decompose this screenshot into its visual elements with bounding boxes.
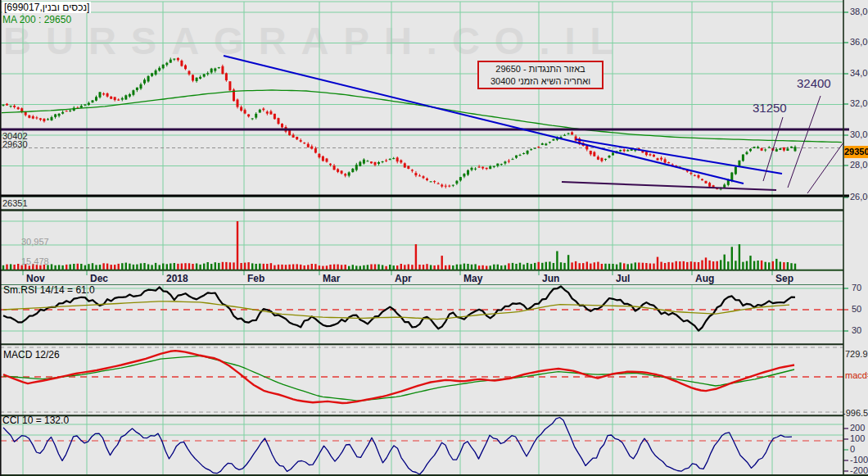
volume-bar (348, 266, 350, 270)
candle-body (20, 108, 23, 111)
cci-axis-label--200: -200 (850, 465, 868, 475)
rsi-axis-label-70: 70 (852, 283, 861, 292)
candle-body (251, 118, 254, 119)
volume-bar (794, 264, 796, 270)
candle-body (649, 154, 651, 155)
analyst-annotation-box: באזור התנגדות - 29650 ואחריה השיא הזמני … (477, 61, 604, 89)
rsi-line (3, 287, 795, 331)
volume-bar (266, 264, 268, 270)
candle-body (247, 115, 250, 117)
volume-bar (29, 265, 30, 270)
volume-bar (170, 264, 171, 270)
x-axis-month-Aug: Aug (695, 273, 714, 284)
volume-bar (58, 265, 60, 270)
volume-bar (218, 263, 219, 270)
candle-body (441, 185, 443, 187)
volume-bar (653, 264, 654, 270)
candle-body (508, 161, 510, 161)
volume-bar (594, 262, 595, 270)
volume-bar (452, 265, 454, 270)
volume-bar (601, 264, 603, 270)
volume-bar (515, 264, 517, 270)
candle-body (165, 63, 168, 66)
candle-body (203, 74, 206, 76)
candle-body (590, 151, 592, 154)
volume-bar (314, 264, 316, 270)
volume-bar (423, 265, 424, 270)
price-axis-label-34,000: 34,000 (850, 68, 868, 78)
volume-bar (102, 263, 104, 270)
ma200-value-label: MA 200 : 29650 (2, 14, 71, 25)
volume-bar (519, 263, 521, 270)
candle-body (534, 148, 536, 149)
volume-bar (757, 261, 758, 270)
candle-body (39, 118, 42, 120)
volume-bar (538, 262, 540, 270)
candle-body (585, 146, 588, 149)
volume-bar (575, 261, 576, 270)
candle-body (504, 161, 506, 163)
volume-bar (567, 255, 569, 270)
volume-bar (255, 264, 257, 270)
volume-bar (783, 262, 784, 270)
volume-bar (133, 265, 134, 270)
candle-body (571, 132, 573, 134)
volume-scale-label-upper: 30,957 (21, 237, 49, 247)
candle-body (199, 77, 201, 79)
volume-bar (244, 263, 246, 270)
volume-bar (508, 263, 509, 270)
candle-body (117, 100, 120, 101)
candle-body (708, 183, 711, 187)
volume-bar (463, 264, 465, 270)
volume-bar (374, 265, 376, 270)
candle-body (140, 84, 142, 88)
candle-body (749, 149, 752, 152)
x-axis-month-Jun: Jun (542, 273, 559, 284)
candle-body (259, 110, 261, 113)
volume-bar (753, 261, 755, 270)
volume-bar (426, 264, 427, 270)
volume-bar (731, 247, 733, 270)
candle-body (414, 173, 417, 175)
candle-body (608, 156, 611, 157)
volume-bar (708, 261, 710, 270)
candle-body (310, 147, 313, 149)
rsi-axis-label-30: 30 (852, 325, 861, 335)
candle-body (385, 161, 387, 161)
volume-bar (10, 264, 11, 270)
volume-bar (612, 264, 613, 270)
candle-body (84, 105, 86, 106)
candle-body (549, 142, 551, 143)
candle-body (348, 172, 350, 175)
candle-body (701, 179, 703, 181)
candle-body (180, 61, 183, 66)
candle-body (761, 148, 763, 151)
volume-bar (449, 265, 450, 270)
volume-bar (393, 265, 395, 270)
volume-bar (556, 252, 558, 270)
volume-bar (433, 265, 435, 270)
x-axis-month-Sep: Sep (775, 273, 793, 284)
candle-body (143, 79, 146, 83)
cci-axis-label-0: 0 (850, 444, 855, 454)
candle-body (210, 69, 213, 73)
macd-lower-scale-label: -996.55 (843, 408, 868, 418)
last-price-badge: 29350 (844, 146, 868, 158)
candle-body (281, 124, 283, 127)
candle-body (746, 152, 748, 154)
volume-bar (742, 262, 744, 270)
volume-bar (247, 262, 249, 270)
candle-body (274, 114, 276, 120)
volume-bar (400, 264, 402, 270)
volume-bar (207, 262, 209, 270)
volume-bar (623, 263, 625, 270)
volume-bar (411, 265, 413, 270)
candle-body (240, 107, 242, 111)
candle-body (742, 155, 744, 161)
candle-body (300, 140, 302, 142)
candle-body (221, 66, 224, 74)
candle-body (597, 156, 599, 160)
volume-bar (712, 261, 714, 270)
volume-bar (638, 263, 640, 270)
candle-body (705, 181, 708, 184)
